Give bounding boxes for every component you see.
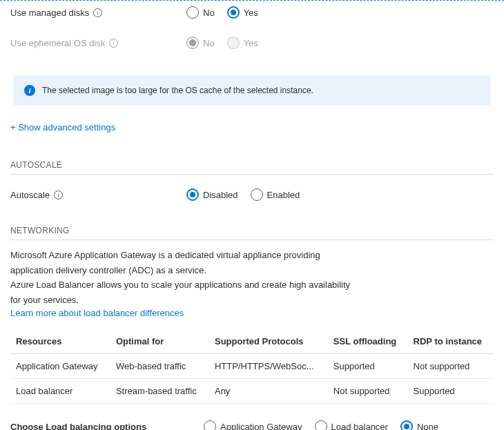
radio-label: No <box>203 8 215 18</box>
col-optimal: Optimal for <box>110 329 209 354</box>
cell-rdp: Not supported <box>408 354 494 379</box>
desc-line: application delivery controller (ADC) as… <box>10 264 494 277</box>
lb-option-none-radio[interactable]: None <box>400 420 438 430</box>
desc-line: for your services. <box>10 293 494 307</box>
lb-option-gateway-radio[interactable]: Application Gateway <box>204 420 302 430</box>
autoscale-disabled-radio[interactable]: Disabled <box>186 188 238 201</box>
table-row: Load balancer Stream-based traffic Any N… <box>10 379 494 404</box>
info-icon[interactable]: i <box>54 190 63 199</box>
desc-line: Microsoft Azure Application Gateway is a… <box>10 248 494 262</box>
desc-line: Azure Load Balancer allows you to scale … <box>10 278 494 292</box>
radio-label: Yes <box>244 8 258 18</box>
radio-label: No <box>203 38 215 48</box>
info-message: The selected image is too large for the … <box>42 86 313 95</box>
cell-rdp: Supported <box>408 379 494 404</box>
col-ssl: SSL offloading <box>328 329 408 354</box>
info-banner: i The selected image is too large for th… <box>13 75 491 106</box>
radio-label: Application Gateway <box>220 422 302 431</box>
managed-disks-no-radio[interactable]: No <box>186 6 215 19</box>
choose-lb-label: Choose Load balancing options <box>10 422 204 431</box>
cell-resources: Load balancer <box>10 379 110 404</box>
label-text: Autoscale <box>10 190 50 200</box>
col-rdp: RDP to instance <box>408 329 494 354</box>
lb-comparison-table: Resources Optimal for Supported Protocol… <box>10 329 494 404</box>
radio-label: Load balancer <box>331 422 388 431</box>
cell-optimal: Web-based traffic <box>110 354 209 379</box>
radio-label: Enabled <box>267 190 300 200</box>
use-ephemeral-os-label: Use ephemeral OS disk i <box>10 38 186 48</box>
info-icon[interactable]: i <box>93 8 102 17</box>
cell-ssl: Supported <box>328 354 408 379</box>
cell-ssl: Not supported <box>328 379 408 404</box>
label-text: Use managed disks <box>10 8 89 18</box>
info-icon[interactable]: i <box>109 39 118 48</box>
show-advanced-settings-link[interactable]: + Show advanced settings <box>10 122 115 133</box>
col-protocols: Supported Protocols <box>209 329 328 354</box>
ephemeral-os-no-radio: No <box>186 37 215 49</box>
info-icon: i <box>24 85 35 96</box>
autoscale-label: Autoscale i <box>10 190 186 200</box>
networking-description: Microsoft Azure Application Gateway is a… <box>10 248 494 306</box>
networking-section-header: NETWORKING <box>10 226 494 240</box>
autoscale-enabled-radio[interactable]: Enabled <box>251 188 300 201</box>
radio-label: Yes <box>244 38 258 48</box>
autoscale-section-header: AUTOSCALE <box>10 160 494 175</box>
cell-resources: Application Gateway <box>10 354 110 379</box>
cell-protocols: HTTP/HTTPS/WebSoc... <box>209 354 328 379</box>
ephemeral-os-yes-radio: Yes <box>227 37 258 49</box>
radio-label: Disabled <box>203 190 238 200</box>
cell-optimal: Stream-based traffic <box>110 379 209 404</box>
managed-disks-yes-radio[interactable]: Yes <box>227 6 258 19</box>
learn-more-lb-link[interactable]: Learn more about load balancer differenc… <box>10 308 184 318</box>
lb-option-loadbalancer-radio[interactable]: Load balancer <box>315 420 388 430</box>
use-managed-disks-label: Use managed disks i <box>10 8 186 18</box>
radio-label: None <box>417 422 438 431</box>
cell-protocols: Any <box>209 379 328 404</box>
table-row: Application Gateway Web-based traffic HT… <box>10 354 494 379</box>
col-resources: Resources <box>10 329 110 354</box>
label-text: Use ephemeral OS disk <box>10 38 105 48</box>
